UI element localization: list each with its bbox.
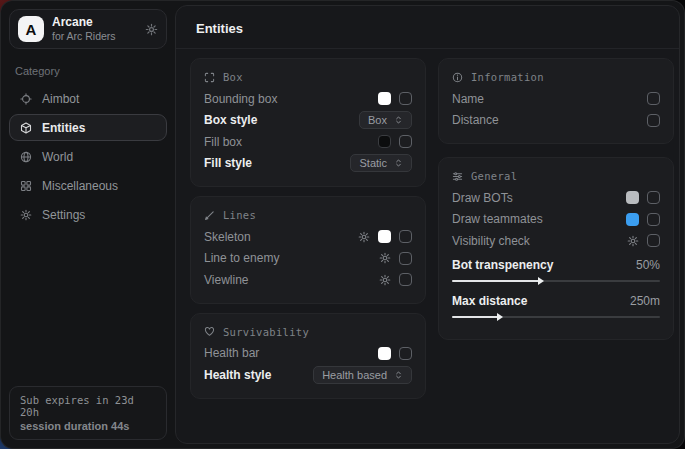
slider-handle[interactable]	[538, 277, 544, 285]
fill-box-color-swatch[interactable]	[378, 135, 391, 148]
general-card: General Draw BOTs Draw teammates	[438, 157, 674, 340]
draw-bots-color-swatch[interactable]	[626, 191, 639, 204]
chevron-updown-icon	[394, 115, 403, 125]
setting-label: Viewline	[204, 273, 379, 287]
sidebar-item-settings[interactable]: Settings	[9, 201, 167, 228]
bot-transparency-slider[interactable]	[452, 279, 660, 283]
visibility-check-checkbox[interactable]	[647, 234, 660, 247]
sidebar-nav: Aimbot Entities World Miscellaneous	[9, 85, 167, 228]
name-checkbox[interactable]	[647, 92, 660, 105]
sub-expiry-text: Sub expires in 23d 20h	[20, 394, 156, 418]
bounding-box-checkbox[interactable]	[399, 92, 412, 105]
setting-row: Health bar	[204, 343, 412, 365]
setting-label: Health bar	[204, 346, 378, 360]
setting-label: Health style	[204, 368, 313, 382]
sidebar: A Arcane for Arc Riders Category Aimbot	[1, 1, 175, 448]
setting-row: Name	[452, 88, 660, 110]
setting-row: Health style Health based	[204, 364, 412, 386]
box-style-dropdown[interactable]: Box	[359, 111, 412, 129]
crosshair-icon	[20, 93, 32, 105]
bounding-box-color-swatch[interactable]	[378, 92, 391, 105]
main-header: Entities	[176, 6, 679, 49]
slider-handle[interactable]	[497, 313, 503, 321]
setting-row: Line to enemy	[204, 248, 412, 270]
dropdown-value: Box	[368, 114, 387, 126]
setting-label: Line to enemy	[204, 251, 379, 265]
card-title-text: Lines	[223, 209, 256, 221]
sidebar-item-entities[interactable]: Entities	[9, 114, 167, 141]
max-distance-slider[interactable]	[452, 315, 660, 319]
skeleton-config-gear-icon[interactable]	[358, 231, 370, 243]
line-to-enemy-checkbox[interactable]	[399, 252, 412, 265]
setting-row: Visibility check	[452, 230, 660, 252]
health-bar-color-swatch[interactable]	[378, 347, 391, 360]
gear-icon	[20, 209, 32, 221]
sliders-icon	[452, 171, 463, 182]
draw-teammates-checkbox[interactable]	[647, 213, 660, 226]
health-style-dropdown[interactable]: Health based	[313, 366, 412, 384]
bot-transparency-slider-group: Bot transpenency 50%	[452, 255, 660, 283]
cube-icon	[20, 122, 32, 134]
distance-checkbox[interactable]	[647, 114, 660, 127]
slider-value: 50%	[636, 258, 660, 272]
brand-settings-gear-icon[interactable]	[145, 23, 158, 36]
slider-label: Bot transpenency	[452, 258, 636, 272]
visibility-check-config-gear-icon[interactable]	[627, 235, 639, 247]
draw-bots-checkbox[interactable]	[647, 191, 660, 204]
setting-row: Skeleton	[204, 226, 412, 248]
main-panel: Entities Box Bounding box	[175, 5, 680, 444]
sidebar-item-label: Settings	[42, 208, 85, 222]
survivability-card: Survivability Health bar Health style	[190, 313, 426, 399]
page-title: Entities	[196, 21, 243, 36]
info-icon	[452, 72, 463, 83]
setting-label: Distance	[452, 113, 647, 127]
setting-row: Draw teammates	[452, 209, 660, 231]
brand-logo: A	[18, 16, 44, 42]
setting-label: Draw teammates	[452, 212, 626, 226]
brand-card: A Arcane for Arc Riders	[9, 9, 167, 49]
focus-brackets-icon	[204, 72, 215, 83]
brand-name: Arcane	[52, 16, 116, 30]
card-title-text: Information	[471, 71, 544, 83]
line-to-enemy-config-gear-icon[interactable]	[379, 252, 391, 264]
skeleton-color-swatch[interactable]	[378, 230, 391, 243]
skeleton-checkbox[interactable]	[399, 230, 412, 243]
card-title-text: General	[471, 170, 517, 182]
fill-style-dropdown[interactable]: Static	[350, 154, 412, 172]
setting-label: Name	[452, 92, 647, 106]
setting-row: Viewline	[204, 269, 412, 291]
sidebar-item-label: Entities	[42, 121, 85, 135]
health-bar-checkbox[interactable]	[399, 347, 412, 360]
fill-box-checkbox[interactable]	[399, 135, 412, 148]
heart-icon	[204, 326, 215, 337]
lines-card: Lines Skeleton Line to enemy	[190, 196, 426, 304]
slider-label: Max distance	[452, 294, 630, 308]
setting-label: Box style	[204, 113, 359, 127]
diagonal-line-icon	[204, 210, 215, 221]
dropdown-value: Static	[359, 157, 387, 169]
card-title-text: Survivability	[223, 326, 309, 338]
viewline-config-gear-icon[interactable]	[379, 274, 391, 286]
setting-label: Visibility check	[452, 234, 627, 248]
setting-label: Fill box	[204, 135, 378, 149]
viewline-checkbox[interactable]	[399, 273, 412, 286]
setting-row: Bounding box	[204, 88, 412, 110]
box-card: Box Bounding box Box style Box	[190, 58, 426, 187]
card-title-text: Box	[223, 71, 243, 83]
sidebar-item-world[interactable]: World	[9, 143, 167, 170]
sidebar-item-label: Miscellaneous	[42, 179, 118, 193]
chevron-updown-icon	[394, 370, 403, 380]
dropdown-value: Health based	[322, 369, 387, 381]
app-window: A Arcane for Arc Riders Category Aimbot	[0, 0, 685, 449]
setting-row: Fill box	[204, 131, 412, 153]
setting-label: Fill style	[204, 156, 350, 170]
sidebar-item-label: Aimbot	[42, 92, 79, 106]
sidebar-item-miscellaneous[interactable]: Miscellaneous	[9, 172, 167, 199]
brand-initial: A	[26, 21, 37, 38]
draw-teammates-color-swatch[interactable]	[626, 213, 639, 226]
content-area: Box Bounding box Box style Box	[176, 49, 679, 443]
globe-icon	[20, 151, 32, 163]
slider-fill	[452, 280, 539, 282]
max-distance-slider-group: Max distance 250m	[452, 291, 660, 319]
sidebar-item-aimbot[interactable]: Aimbot	[9, 85, 167, 112]
